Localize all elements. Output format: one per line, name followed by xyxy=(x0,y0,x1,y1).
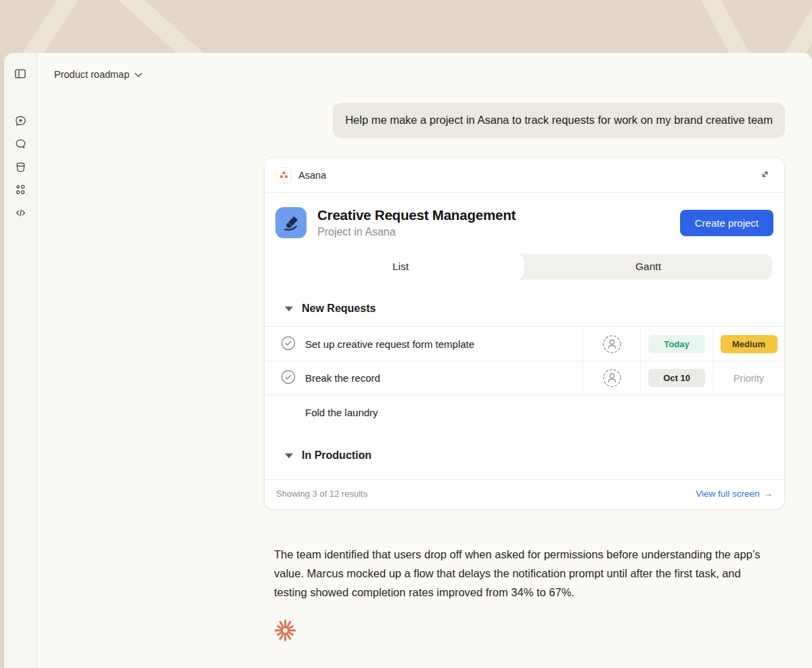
priority-badge: Medium xyxy=(721,335,777,353)
results-summary: Showing 3 of 12 results xyxy=(276,489,367,499)
view-full-screen-label: View full screen xyxy=(696,489,759,499)
assistant-paragraph: The team identified that users drop off … xyxy=(274,545,772,602)
priority-cell[interactable]: Priority xyxy=(713,361,784,395)
arrow-right-icon: → xyxy=(764,489,773,499)
conversation-title-label: Product roadmap xyxy=(54,69,129,80)
due-date-cell[interactable]: Oct 10 xyxy=(640,361,713,395)
view-tabs: List Gantt xyxy=(277,254,772,280)
projects-icon[interactable] xyxy=(11,157,30,176)
chat-column: Help me make a project in Asana to track… xyxy=(264,103,785,644)
task-row-plain[interactable]: Fold the laundry xyxy=(265,395,784,429)
bg-stripe xyxy=(687,0,785,53)
new-chat-icon[interactable] xyxy=(11,111,30,130)
project-brush-icon xyxy=(275,207,307,238)
section-in-production[interactable]: In Production xyxy=(265,429,784,479)
sidebar-toggle-icon[interactable] xyxy=(11,64,30,83)
section-label: New Requests xyxy=(302,303,376,315)
priority-placeholder: Priority xyxy=(734,373,764,384)
tab-list[interactable]: List xyxy=(277,254,524,280)
check-circle-icon[interactable] xyxy=(281,370,296,386)
due-badge: Today xyxy=(648,335,705,353)
asana-logo-icon xyxy=(275,167,292,183)
due-date-cell[interactable]: Today xyxy=(640,327,713,361)
sidebar-rail xyxy=(4,53,37,668)
user-message-bubble: Help me make a project in Asana to track… xyxy=(333,103,785,138)
section-collapse-icon xyxy=(285,453,293,458)
due-badge: Oct 10 xyxy=(648,369,705,387)
bg-stripe xyxy=(0,0,93,53)
chevron-down-icon xyxy=(135,68,142,81)
tab-gantt[interactable]: Gantt xyxy=(524,254,772,280)
expand-icon[interactable] xyxy=(757,166,773,185)
assignee-cell[interactable] xyxy=(583,327,640,361)
bg-stripe xyxy=(758,0,812,53)
project-text: Creative Request Management Project in A… xyxy=(317,207,516,238)
assignee-cell[interactable] xyxy=(583,361,640,395)
project-title: Creative Request Management xyxy=(317,207,516,223)
bg-stripe xyxy=(105,0,277,53)
asana-card-header: Asana xyxy=(265,158,784,193)
asana-card: Asana xyxy=(264,157,785,510)
code-icon[interactable] xyxy=(11,203,30,222)
sidebar-icon-group xyxy=(11,111,30,222)
project-header-row: Creative Request Management Project in A… xyxy=(265,193,784,254)
top-background-band xyxy=(0,0,812,53)
check-circle-icon[interactable] xyxy=(281,336,296,353)
task-row[interactable]: Set up creative request form template To… xyxy=(265,326,784,361)
create-project-button[interactable]: Create project xyxy=(680,210,773,236)
chats-icon[interactable] xyxy=(11,134,30,153)
task-name: Break the record xyxy=(305,372,380,384)
section-collapse-icon xyxy=(285,307,293,311)
task-name: Set up creative request form template xyxy=(305,338,474,350)
view-full-screen-link[interactable]: View full screen → xyxy=(696,489,773,499)
claude-starburst-icon xyxy=(274,619,785,644)
conversation-title[interactable]: Product roadmap xyxy=(54,68,142,81)
task-name-cell: Break the record xyxy=(265,361,583,395)
project-subtitle: Project in Asana xyxy=(317,226,516,238)
app-panel: Product roadmap Help me make a project i… xyxy=(4,53,812,668)
asana-app-name: Asana xyxy=(298,170,326,181)
section-label: In Production xyxy=(302,449,371,462)
connectors-icon[interactable] xyxy=(11,180,30,199)
card-footer: Showing 3 of 12 results View full screen… xyxy=(265,479,784,509)
task-row[interactable]: Break the record Oct 10 Priority xyxy=(265,361,784,395)
main-content: Product roadmap Help me make a project i… xyxy=(37,53,812,668)
task-name-cell: Set up creative request form template xyxy=(265,327,583,361)
user-message-row: Help me make a project in Asana to track… xyxy=(264,103,785,138)
section-new-requests[interactable]: New Requests xyxy=(265,280,784,326)
priority-cell[interactable]: Medium xyxy=(713,327,784,361)
